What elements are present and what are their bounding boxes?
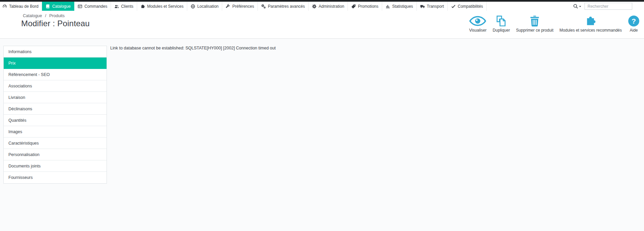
nav-item-label: Clients [121,4,133,9]
tab-fournisseurs[interactable]: Fournisseurs [4,172,107,183]
customers-icon [114,4,119,9]
page-title: Modifier : Pointeau [21,19,90,28]
truck-icon [420,4,425,9]
nav-item-catalogue[interactable]: Catalogue [42,2,74,11]
nav-spacer [487,2,573,11]
wrench-icon [226,4,230,9]
book-icon [45,4,50,9]
tab-declinaisons[interactable]: Déclinaisons [4,103,107,115]
nav-item-label: Localisation [197,4,218,9]
tab-associations[interactable]: Associations [4,80,107,92]
stats-icon [386,4,390,9]
nav-item-label: Promotions [358,4,378,9]
trash-icon [530,15,539,27]
tab-prix[interactable]: Prix [4,57,107,69]
tag-icon [351,4,356,9]
visualiser-button[interactable]: Visualiser [466,15,490,33]
tab-documents-joints[interactable]: Documents joints [4,160,107,172]
tab-personnalisation[interactable]: Personnalisation [4,149,107,160]
orders-icon [78,4,82,9]
nav-item-localisation[interactable]: Localisation [187,2,222,11]
nav-item-label: Préférences [232,4,254,9]
gears-icon [261,4,266,9]
globe-icon [191,4,195,9]
nav-item-modules-et-services[interactable]: Modules et Services [137,2,187,11]
product-tab-list: Informations Prix Référencement - SEO As… [3,46,107,184]
dashboard-icon [2,4,7,9]
tab-label: Quantités [8,118,27,123]
nav-item-label: Administration [319,4,344,9]
nav-item-label: Commandes [84,4,107,9]
tab-informations[interactable]: Informations [4,46,107,57]
nav-item-compatibilites[interactable]: Compatibilités [448,2,487,11]
nav-item-label: Catalogue [52,4,71,9]
puzzle-icon [585,15,597,27]
breadcrumb-separator: / [45,13,46,18]
tab-quantites[interactable]: Quantités [4,115,107,126]
tab-label: Personnalisation [8,152,39,157]
tab-label: Livraison [8,95,25,100]
tab-label: Informations [8,49,32,54]
svg-text:?: ? [632,17,636,25]
nav-item-label: Transport [427,4,444,9]
search-icon [573,4,578,9]
dupliquer-button[interactable]: Dupliquer [490,15,513,33]
nav-item-label: Modules et Services [147,4,184,9]
database-error-message: Link to database cannot be established: … [110,46,276,50]
tab-livraison[interactable]: Livraison [4,92,107,103]
content-area: Informations Prix Référencement - SEO As… [0,39,644,231]
tab-label: Documents joints [8,164,41,168]
help-icon: ? [628,15,640,27]
nav-item-label: Paramètres avancés [268,4,305,9]
tab-caracteristiques[interactable]: Caractéristiques [4,138,107,149]
gear-icon [312,4,317,9]
search-scope-button[interactable] [573,4,581,9]
nav-item-commandes[interactable]: Commandes [74,2,111,11]
nav-item-statistiques[interactable]: Statistiques [382,2,417,11]
action-label: Modules et services recommandés [560,28,622,33]
nav-item-parametres-avances[interactable]: Paramètres avancés [258,2,309,11]
action-label: Supprimer ce produit [516,28,553,33]
nav-item-preferences[interactable]: Préférences [222,2,258,11]
breadcrumb-produits[interactable]: Produits [49,13,65,18]
nav-item-transport[interactable]: Transport [417,2,448,11]
nav-item-promotions[interactable]: Promotions [348,2,382,11]
action-label: Dupliquer [493,28,510,33]
nav-item-administration[interactable]: Administration [309,2,348,11]
caret-down-icon [579,5,581,8]
action-label: Aide [630,28,638,33]
tab-label: Référencement - SEO [8,72,50,77]
nav-item-label: Compatibilités [458,4,483,9]
tab-referencement-seo[interactable]: Référencement - SEO [4,69,107,80]
breadcrumb-catalogue[interactable]: Catalogue [23,13,42,18]
duplicate-icon [495,15,507,27]
header-actions: Visualiser Dupliquer Supprimer ce produi… [466,15,643,33]
tab-images[interactable]: Images [4,126,107,138]
page-header: Catalogue / Produits Modifier : Pointeau… [0,11,644,39]
nav-item-clients[interactable]: Clients [111,2,137,11]
search-input[interactable] [585,3,632,10]
modules-icon [140,4,145,9]
tab-label: Images [8,129,22,134]
supprimer-produit-button[interactable]: Supprimer ce produit [513,15,556,33]
eye-icon [469,15,487,27]
breadcrumb: Catalogue / Produits [23,13,65,18]
check-icon [451,4,456,9]
search-area [573,2,632,11]
modules-recommandes-button[interactable]: Modules et services recommandés [557,15,625,33]
tab-label: Caractéristiques [8,141,39,146]
main-menu-bar: Tableau de Bord Catalogue Commandes Clie… [0,2,644,11]
nav-item-tableau-de-bord[interactable]: Tableau de Bord [0,2,42,11]
action-label: Visualiser [469,28,487,33]
tab-label: Associations [8,84,32,88]
nav-item-label: Statistiques [392,4,413,9]
tab-label: Déclinaisons [8,107,32,111]
aide-button[interactable]: ? Aide [625,15,643,33]
nav-item-label: Tableau de Bord [9,4,38,9]
tab-label: Fournisseurs [8,175,33,180]
tab-label: Prix [8,61,16,66]
